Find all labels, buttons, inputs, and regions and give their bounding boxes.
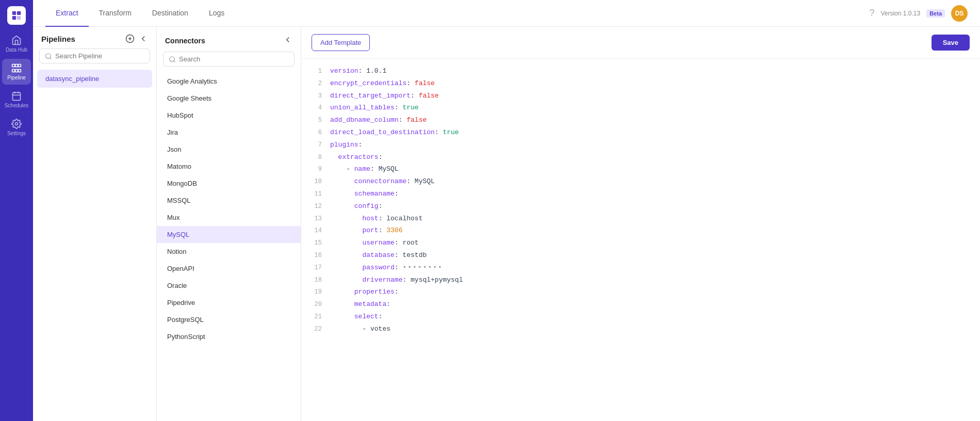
code-key: port xyxy=(362,226,378,234)
line-number: 11 xyxy=(307,189,322,200)
connector-item-openapi[interactable]: OpenAPI xyxy=(157,260,301,277)
code-plain xyxy=(330,300,354,308)
code-line-20: 20 metadata: xyxy=(301,298,980,311)
code-plain xyxy=(330,288,354,296)
code-line-2: 2encrypt_credentials: false xyxy=(301,77,980,90)
line-number: 10 xyxy=(307,177,322,187)
line-number: 6 xyxy=(307,128,322,138)
code-key: encrypt_credentials xyxy=(330,79,406,87)
tab-transform[interactable]: Transform xyxy=(89,0,142,27)
connector-item-mssql[interactable]: MSSQL xyxy=(157,192,301,209)
code-plain xyxy=(330,226,362,234)
sidebar-item-settings[interactable]: Settings xyxy=(2,115,31,140)
code-plain: : xyxy=(395,190,399,198)
connector-item-pythonscript[interactable]: PythonScript xyxy=(157,328,301,345)
connector-item-json[interactable]: Json xyxy=(157,141,301,158)
editor-toolbar: Add Template Save xyxy=(301,27,980,59)
connector-item-jira[interactable]: Jira xyxy=(157,124,301,141)
code-value-true: true xyxy=(443,128,459,136)
svg-rect-9 xyxy=(18,70,21,72)
pipelines-actions xyxy=(125,34,148,43)
code-editor[interactable]: 1version: 1.0.12encrypt_credentials: fal… xyxy=(301,59,980,421)
svg-rect-0 xyxy=(12,11,16,15)
connector-item-mysql[interactable]: MySQL xyxy=(157,226,301,243)
code-value-false: false xyxy=(415,79,435,87)
line-code: port: 3306 xyxy=(330,225,974,236)
connector-item-matomo[interactable]: Matomo xyxy=(157,158,301,175)
sidebar-item-schedules[interactable]: Schedules xyxy=(2,87,31,112)
code-line-8: 8 extractors: xyxy=(301,151,980,164)
tab-destination[interactable]: Destination xyxy=(142,0,199,27)
code-plain xyxy=(330,313,354,320)
sidebar-item-pipeline[interactable]: Pipeline xyxy=(2,59,31,85)
help-icon[interactable]: ? xyxy=(869,8,874,19)
pipeline-search-box xyxy=(39,48,150,63)
connector-item-hubspot[interactable]: HubSpot xyxy=(157,107,301,124)
connector-item-notion[interactable]: Notion xyxy=(157,243,301,260)
code-key: name xyxy=(354,165,370,173)
code-line-5: 5add_dbname_column: false xyxy=(301,114,980,126)
connector-item-google-sheets[interactable]: Google Sheets xyxy=(157,90,301,107)
line-code: - votes xyxy=(330,323,974,334)
code-line-14: 14 port: 3306 xyxy=(301,224,980,237)
line-code: extractors: xyxy=(330,152,974,163)
connector-item-mux[interactable]: Mux xyxy=(157,209,301,226)
line-code: metadata: xyxy=(330,299,974,310)
sidebar-item-data-hub[interactable]: Data Hub xyxy=(2,31,31,57)
connector-item-postgresql[interactable]: PostgreSQL xyxy=(157,311,301,328)
code-value-plain: mysql+pymysql xyxy=(411,276,463,284)
line-number: 1 xyxy=(307,67,322,77)
code-plain: : xyxy=(395,264,403,271)
connector-item-mongodb[interactable]: MongoDB xyxy=(157,175,301,192)
connectors-panel: Connectors Google AnalyticsGoogle Sheets… xyxy=(157,27,301,421)
code-plain: : xyxy=(411,92,419,100)
code-key: properties xyxy=(354,288,395,296)
code-value-true: true xyxy=(402,104,418,111)
code-key: connectorname xyxy=(354,177,406,185)
connectors-search-input[interactable] xyxy=(179,55,289,63)
connectors-search-box xyxy=(163,52,295,67)
pipeline-search-icon xyxy=(45,53,52,60)
line-code: - name: MySQL xyxy=(330,164,974,174)
svg-rect-2 xyxy=(12,16,16,20)
add-template-button[interactable]: Add Template xyxy=(312,34,370,51)
code-plain: : xyxy=(406,177,415,185)
code-value-plain: localhost xyxy=(386,215,422,222)
top-navigation: Extract Transform Destination Logs ? Ver… xyxy=(33,0,980,27)
main-panel: Extract Transform Destination Logs ? Ver… xyxy=(33,0,980,421)
connector-item-google-analytics[interactable]: Google Analytics xyxy=(157,73,301,90)
line-code: union_all_tables: true xyxy=(330,102,974,113)
connectors-title: Connectors xyxy=(165,37,205,45)
line-code: database: testdb xyxy=(330,250,974,261)
connector-item-pipedrive[interactable]: Pipedrive xyxy=(157,294,301,311)
code-plain: : xyxy=(379,153,383,161)
tab-logs[interactable]: Logs xyxy=(199,0,235,27)
code-plain: : xyxy=(379,313,383,320)
pipeline-search-input[interactable] xyxy=(55,52,144,60)
collapse-connectors-button[interactable] xyxy=(283,35,292,46)
code-plain: : xyxy=(358,141,363,149)
collapse-pipelines-icon[interactable] xyxy=(139,34,148,43)
code-plain xyxy=(330,153,338,161)
line-code: drivername: mysql+pymysql xyxy=(330,274,974,285)
svg-point-20 xyxy=(170,56,174,61)
code-key: password xyxy=(362,264,394,271)
line-number: 19 xyxy=(307,287,322,298)
code-line-4: 4union_all_tables: true xyxy=(301,102,980,114)
connector-item-oracle[interactable]: Oracle xyxy=(157,277,301,294)
code-value-plain: root xyxy=(402,239,418,247)
code-plain xyxy=(330,177,354,185)
code-plain: : xyxy=(379,215,387,222)
code-key: union_all_tables xyxy=(330,104,395,111)
code-key: database xyxy=(362,251,394,259)
tab-extract[interactable]: Extract xyxy=(45,0,89,27)
line-code: properties: xyxy=(330,286,974,297)
code-line-13: 13 host: localhost xyxy=(301,213,980,225)
app-logo xyxy=(7,6,26,25)
avatar[interactable]: DS xyxy=(951,5,968,22)
line-number: 13 xyxy=(307,214,322,224)
save-button[interactable]: Save xyxy=(932,35,970,51)
add-pipeline-icon[interactable] xyxy=(125,34,135,43)
pipeline-item-datasync[interactable]: datasync_pipeline xyxy=(37,70,152,88)
code-plain xyxy=(330,239,362,247)
